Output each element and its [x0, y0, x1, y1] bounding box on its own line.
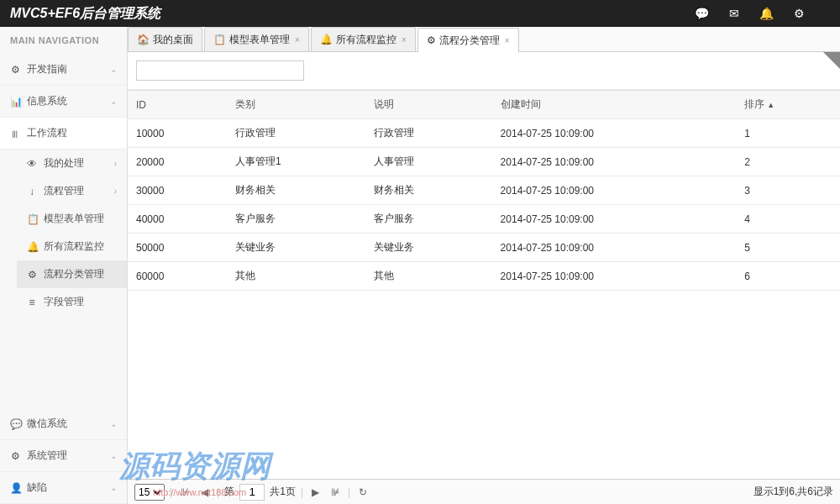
nav-heading: MAIN NAVIGATION	[0, 27, 127, 54]
main: 🏠我的桌面📋模型表单管理×🔔所有流程监控×⚙流程分类管理× ID类别说明创建时间…	[128, 27, 840, 504]
tab-icon: ⚙	[427, 34, 436, 46]
table-row[interactable]: 40000客户服务客户服务2014-07-25 10:09:004	[128, 205, 840, 234]
nav-icon: ↓	[27, 186, 37, 197]
chevron-down-icon: ⌄	[110, 65, 117, 74]
sidebar-mgmt-3[interactable]: ≡字段管理	[17, 288, 127, 316]
sidebar-item-workflow[interactable]: ⫼工作流程	[0, 118, 127, 150]
sidebar: MAIN NAVIGATION ⚙开发指南⌄📊信息系统⌄ ⫼工作流程 👁我的处理…	[0, 27, 128, 504]
col-header[interactable]: 类别	[227, 91, 365, 119]
nav-icon: 📋	[27, 213, 37, 225]
sidebar-bottom-1[interactable]: ⚙系统管理⌄	[0, 440, 127, 472]
close-icon[interactable]: ×	[295, 35, 300, 45]
table-row[interactable]: 30000财务相关财务相关2014-07-25 10:09:003	[128, 176, 840, 205]
chevron-right-icon: ›	[114, 186, 117, 196]
nav-icon: ≡	[27, 297, 37, 308]
nav-icon: 💬	[10, 418, 20, 430]
prev-page-icon[interactable]: ◀	[197, 486, 212, 498]
tab-icon: 🔔	[320, 34, 333, 45]
table-row[interactable]: 10000行政管理行政管理2014-07-25 10:09:001	[128, 119, 840, 148]
col-header[interactable]: 创建时间	[492, 91, 737, 119]
nav-icon: 📊	[10, 96, 20, 108]
pager: 15 | ⊮ ◀ | 第 共1页 | ▶ ⊯ | ↻ 显示1到6,共6记录	[128, 479, 840, 504]
gear-icon[interactable]: ⚙	[794, 7, 805, 20]
mail-icon[interactable]: ✉	[729, 7, 739, 20]
tab-3[interactable]: ⚙流程分类管理×	[417, 28, 519, 52]
tab-icon: 🏠	[137, 34, 150, 45]
nav-icon: 👁	[27, 158, 37, 170]
first-page-icon[interactable]: ⊮	[177, 486, 192, 498]
table-row[interactable]: 20000人事管理1人事管理2014-07-25 10:09:002	[128, 148, 840, 176]
pager-summary: 显示1到6,共6记录	[753, 485, 833, 499]
tab-0[interactable]: 🏠我的桌面	[128, 27, 202, 51]
sidebar-mgmt-1[interactable]: 🔔所有流程监控	[17, 233, 127, 260]
toolbar	[128, 52, 840, 90]
bell-icon[interactable]: 🔔	[759, 7, 774, 20]
sidebar-mgmt-0[interactable]: 📋模型表单管理	[17, 205, 127, 233]
nav-icon: 👤	[10, 482, 20, 494]
tab-2[interactable]: 🔔所有流程监控×	[311, 27, 416, 51]
sidebar-bottom-2[interactable]: 👤缺陷⌄	[0, 472, 127, 504]
chevron-down-icon: ⌄	[110, 97, 117, 106]
tab-icon: 📋	[213, 34, 226, 45]
search-input[interactable]	[136, 60, 304, 81]
header: MVC5+EF6后台管理系统 💬 ✉ 🔔 ⚙	[0, 0, 840, 27]
col-header[interactable]: 说明	[365, 91, 491, 119]
sort-asc-icon: ▲	[767, 101, 774, 109]
data-table: ID类别说明创建时间排序▲ 10000行政管理行政管理2014-07-25 10…	[128, 90, 840, 291]
refresh-icon[interactable]: ↻	[355, 486, 370, 498]
nav-icon: ⚙	[10, 64, 20, 76]
col-header[interactable]: ID	[128, 91, 227, 119]
nav-icon: 🔔	[27, 241, 37, 253]
sidebar-sub-1[interactable]: ↓流程管理›	[17, 177, 127, 205]
header-icons: 💬 ✉ 🔔 ⚙	[695, 7, 830, 20]
app-title: MVC5+EF6后台管理系统	[10, 5, 160, 23]
page-size-select[interactable]: 15	[134, 484, 165, 501]
chevron-down-icon: ⌄	[110, 451, 117, 460]
collapse-icon[interactable]	[823, 52, 840, 69]
page-input[interactable]	[239, 484, 265, 501]
table-row[interactable]: 60000其他其他2014-07-25 10:09:006	[128, 262, 840, 291]
table-row[interactable]: 50000关键业务关键业务2014-07-25 10:09:005	[128, 234, 840, 262]
chevron-down-icon: ⌄	[110, 419, 117, 428]
sidebar-item-0[interactable]: ⚙开发指南⌄	[0, 54, 127, 86]
chat-icon[interactable]: 💬	[695, 7, 709, 20]
next-page-icon[interactable]: ▶	[308, 486, 323, 498]
nav-icon: ⚙	[27, 269, 37, 281]
close-icon[interactable]: ×	[402, 35, 407, 45]
sidebar-item-1[interactable]: 📊信息系统⌄	[0, 86, 127, 118]
sidebar-bottom-0[interactable]: 💬微信系统⌄	[0, 408, 127, 440]
sidebar-sub-0[interactable]: 👁我的处理›	[17, 150, 127, 177]
sidebar-mgmt-2[interactable]: ⚙流程分类管理	[17, 260, 127, 288]
tab-1[interactable]: 📋模型表单管理×	[204, 27, 309, 51]
col-header[interactable]: 排序▲	[736, 91, 840, 119]
chevron-down-icon: ⌄	[110, 483, 117, 492]
nav-icon: ⚙	[10, 450, 20, 462]
tabs: 🏠我的桌面📋模型表单管理×🔔所有流程监控×⚙流程分类管理×	[128, 27, 840, 52]
workflow-icon: ⫼	[10, 128, 20, 139]
chevron-right-icon: ›	[114, 159, 117, 168]
last-page-icon[interactable]: ⊯	[328, 486, 343, 498]
close-icon[interactable]: ×	[505, 36, 510, 45]
